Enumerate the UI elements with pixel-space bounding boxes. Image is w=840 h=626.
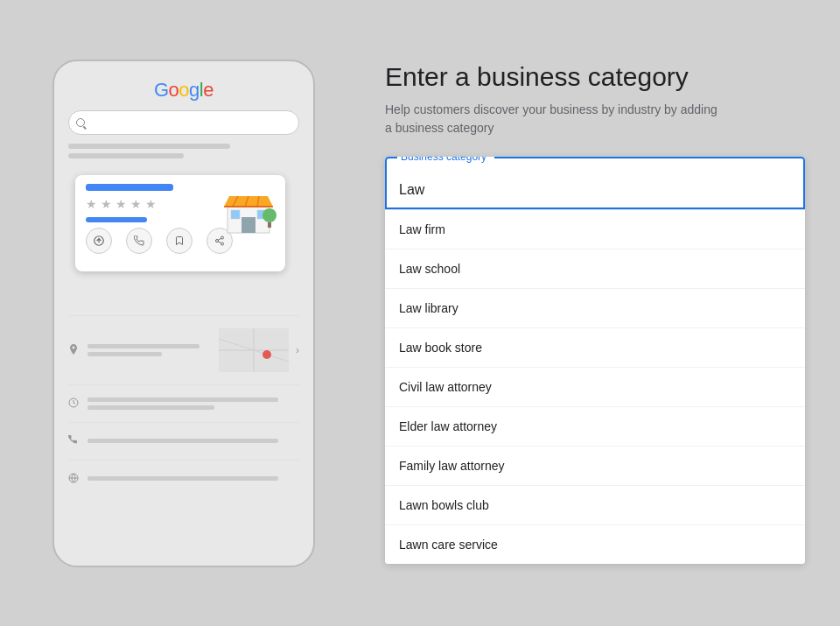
logo-e: e [203, 79, 214, 102]
form-title: Enter a business category [385, 62, 805, 92]
clock-icon [68, 397, 80, 410]
hours-line-2 [88, 405, 214, 410]
input-wrapper: Business category* [385, 157, 805, 209]
svg-point-14 [216, 239, 219, 242]
bc-title [86, 184, 173, 191]
svg-point-13 [221, 236, 224, 239]
website-row [68, 473, 299, 485]
divider [68, 422, 299, 423]
location-icon [68, 344, 80, 356]
phone-icon [68, 435, 80, 447]
svg-rect-1 [242, 217, 256, 233]
star-2: ★ [101, 198, 113, 210]
list-item[interactable]: Elder law attorney [385, 407, 805, 447]
form-subtitle: Help customers discover your business by… [385, 101, 726, 137]
divider [68, 384, 299, 385]
business-card: ★ ★ ★ ★ ★ [75, 175, 285, 271]
phone-icon-circle [126, 228, 152, 254]
phone-row [68, 435, 299, 447]
input-dropdown-container: Business category* Law firm Law school L… [385, 157, 805, 564]
logo-o2: o [178, 79, 189, 102]
business-category-input[interactable] [387, 158, 803, 207]
star-5: ★ [145, 198, 158, 210]
logo-g2: g [189, 79, 200, 102]
list-item[interactable]: Family law attorney [385, 447, 805, 486]
list-item[interactable]: Law book store [385, 328, 805, 368]
directions-icon-circle [86, 228, 112, 254]
google-logo: Google [154, 79, 214, 102]
placeholder-line [68, 153, 184, 158]
phone-mockup: Google ★ ★ ★ ★ ★ [35, 60, 332, 567]
phone-line-1 [88, 439, 278, 443]
divider [68, 460, 299, 461]
map-thumbnail [219, 328, 289, 372]
list-item[interactable]: Lawn care service [385, 525, 805, 564]
store-illustration [219, 182, 278, 235]
divider [68, 315, 299, 316]
input-label: Business category* [397, 157, 494, 163]
location-row: › [68, 328, 299, 372]
svg-point-15 [221, 243, 224, 245]
star-4: ★ [130, 198, 143, 210]
location-line-2 [88, 352, 162, 356]
phone-frame: Google ★ ★ ★ ★ ★ [52, 60, 315, 567]
chevron-icon: › [296, 344, 299, 356]
website-lines [88, 476, 299, 481]
logo-g: G [154, 79, 169, 102]
placeholder-line [68, 144, 230, 149]
location-lines [88, 344, 212, 356]
hours-row [68, 397, 299, 410]
search-bar [68, 110, 299, 135]
svg-point-22 [262, 350, 271, 359]
hours-line-1 [88, 397, 278, 402]
svg-rect-2 [231, 210, 240, 219]
svg-line-16 [218, 241, 220, 243]
logo-o1: o [169, 79, 179, 102]
phone-lines [88, 439, 299, 443]
list-item[interactable]: Law firm [385, 210, 805, 250]
dropdown-list: Law firm Law school Law library Law book… [385, 209, 805, 564]
save-icon-circle [166, 228, 192, 254]
phone-content: › [68, 315, 299, 497]
location-line-1 [88, 344, 200, 348]
svg-line-17 [218, 238, 220, 240]
list-item[interactable]: Law school [385, 250, 805, 289]
main-container: Google ★ ★ ★ ★ ★ [0, 0, 840, 626]
star-3: ★ [116, 198, 128, 210]
svg-rect-10 [268, 222, 271, 228]
list-item[interactable]: Law library [385, 289, 805, 328]
search-icon [76, 118, 85, 127]
list-item[interactable]: Lawn bowls club [385, 486, 805, 525]
svg-point-9 [262, 208, 276, 222]
globe-icon [68, 473, 80, 485]
website-line-1 [88, 476, 278, 481]
star-1: ★ [86, 198, 98, 210]
bc-subtitle [86, 217, 147, 222]
list-item-highlighted[interactable]: Civil law attorney [385, 368, 805, 407]
hours-lines [88, 397, 299, 410]
form-panel: Enter a business category Help customers… [385, 62, 805, 564]
